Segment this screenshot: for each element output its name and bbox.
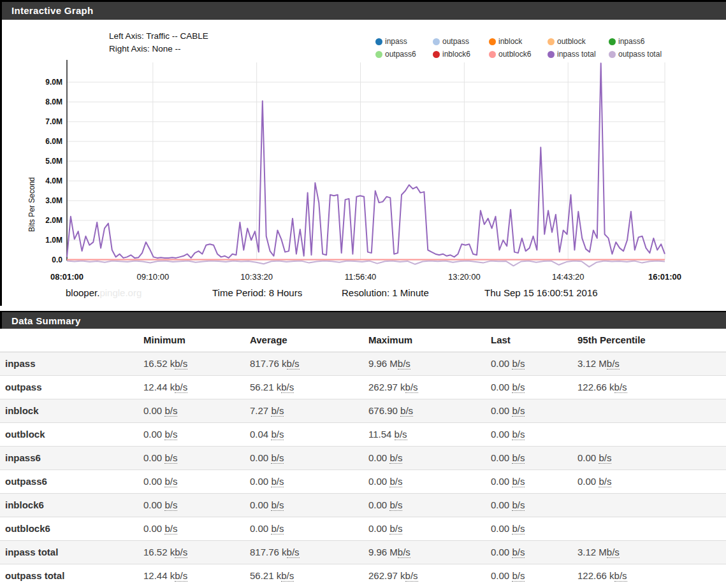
summary-row-inpass6: inpass60.00 b/s0.00 b/s0.00 b/s0.00 b/s0…: [0, 446, 726, 470]
panel-gap: [0, 306, 726, 311]
y-tick-label: 2.0M: [45, 216, 62, 225]
y-tick-label: 8.0M: [45, 97, 62, 106]
hostname: blooper.pingle.org: [66, 287, 142, 298]
value-p95: 122.66 kb/s: [576, 375, 726, 399]
summary-row-inblock6: inblock60.00 b/s0.00 b/s0.00 b/s0.00 b/s: [0, 493, 726, 517]
unit-abbr: b/s: [512, 382, 525, 393]
value-avg: 0.00 b/s: [248, 517, 367, 540]
unit-abbr: b/s: [175, 547, 187, 558]
value-p95: 122.66 kb/s: [576, 564, 726, 587]
value-last: 0.00 b/s: [489, 493, 576, 517]
x-tick-label: 11:56:40: [332, 272, 389, 282]
unit-abbr: b/s: [389, 452, 402, 464]
value-avg: 817.76 kb/s: [248, 540, 367, 564]
unit-abbr: b/s: [164, 452, 177, 464]
data-summary-table: MinimumAverageMaximumLast95th Percentile…: [0, 329, 726, 587]
hostname-faint: pingle.org: [99, 287, 142, 298]
value-min: 16.52 kb/s: [142, 540, 248, 564]
column-header-maximum: Maximum: [367, 329, 489, 352]
summary-row-outblock6: outblock60.00 b/s0.00 b/s0.00 b/s0.00 b/…: [0, 517, 726, 540]
summary-row-inblock: inblock0.00 b/s7.27 b/s676.90 b/s0.00 b/…: [0, 399, 726, 422]
time-period-label: Time Period: 8 Hours: [212, 287, 302, 298]
value-max: 0.00 b/s: [367, 446, 489, 470]
summary-row-outpass6: outpass60.00 b/s0.00 b/s0.00 b/s0.00 b/s…: [0, 470, 726, 493]
value-avg: 0.00 b/s: [248, 493, 367, 517]
column-header-average: Average: [248, 329, 367, 352]
unit-abbr: b/s: [512, 547, 525, 558]
value-avg: 56.21 kb/s: [248, 375, 367, 399]
value-p95: 0.00 b/s: [576, 446, 726, 470]
series-name: inpass6: [0, 446, 142, 470]
y-tick-label: 4.0M: [45, 176, 62, 185]
unit-abbr: b/s: [512, 405, 525, 417]
series-line-outpass-total[interactable]: [67, 261, 665, 267]
unit-abbr: b/s: [512, 523, 525, 534]
value-last: 0.00 b/s: [489, 446, 576, 470]
column-header-blank: [0, 329, 142, 352]
summary-row-inpass-total: inpass total16.52 kb/s817.76 kb/s9.96 Mb…: [0, 540, 726, 564]
value-p95: 3.12 Mb/s: [576, 352, 726, 375]
value-last: 0.00 b/s: [489, 399, 576, 422]
value-min: 0.00 b/s: [142, 517, 248, 540]
y-tick-label: 6.0M: [45, 137, 62, 146]
unit-abbr: b/s: [512, 476, 525, 487]
y-tick-label: 7.0M: [45, 117, 62, 126]
unit-abbr: b/s: [614, 382, 627, 393]
value-p95: [576, 399, 726, 422]
value-p95: 3.12 Mb/s: [576, 540, 726, 564]
resolution-label: Resolution: 1 Minute: [342, 287, 429, 298]
x-tick-label: 13:20:00: [435, 272, 493, 282]
series-name: inblock: [0, 399, 142, 422]
summary-row-outblock: outblock0.00 b/s0.04 b/s11.54 b/s0.00 b/…: [0, 422, 726, 446]
unit-abbr: b/s: [287, 547, 300, 558]
y-tick-label: 3.0M: [45, 196, 62, 205]
unit-abbr: b/s: [512, 452, 525, 464]
value-min: 12.44 kb/s: [142, 375, 248, 399]
interactive-graph-panel: Interactive Graph Left Axis: Traffic -- …: [0, 2, 726, 306]
x-tick-label: 14:43:20: [539, 272, 597, 282]
unit-abbr: b/s: [400, 405, 413, 417]
value-max: 262.97 kb/s: [367, 564, 489, 587]
x-tick-label: 10:33:20: [228, 272, 286, 282]
summary-row-inpass: inpass16.52 kb/s817.76 kb/s9.96 Mb/s0.00…: [0, 352, 726, 375]
value-p95: [576, 422, 726, 446]
summary-row-outpass: outpass12.44 kb/s56.21 kb/s262.97 kb/s0.…: [0, 375, 726, 399]
value-last: 0.00 b/s: [489, 517, 576, 540]
value-last: 0.00 b/s: [489, 375, 576, 399]
value-avg: 0.04 b/s: [248, 422, 367, 446]
summary-row-outpass-total: outpass total12.44 kb/s56.21 kb/s262.97 …: [0, 564, 726, 587]
value-max: 0.00 b/s: [367, 493, 489, 517]
series-line-inpass-total[interactable]: [67, 63, 665, 258]
value-max: 11.54 b/s: [367, 422, 489, 446]
value-min: 0.00 b/s: [142, 422, 248, 446]
unit-abbr: b/s: [512, 570, 525, 582]
series-name: outblock: [0, 422, 142, 446]
series-name: outpass6: [0, 470, 142, 493]
unit-abbr: b/s: [164, 523, 177, 534]
unit-abbr: b/s: [599, 452, 611, 464]
panel-title-data-summary: Data Summary: [0, 311, 726, 329]
value-avg: 0.00 b/s: [248, 446, 367, 470]
unit-abbr: b/s: [164, 476, 177, 487]
traffic-chart-plot[interactable]: 0.01.0M2.0M3.0M4.0M5.0M6.0M7.0M8.0M9.0M: [2, 20, 726, 284]
value-max: 0.00 b/s: [367, 470, 489, 493]
unit-abbr: b/s: [389, 499, 402, 511]
value-min: 12.44 kb/s: [142, 564, 248, 587]
unit-abbr: b/s: [614, 570, 627, 582]
unit-abbr: b/s: [271, 429, 284, 440]
series-name: outpass total: [0, 564, 142, 587]
column-header-last: Last: [489, 329, 576, 352]
data-summary-panel: Data Summary MinimumAverageMaximumLast95…: [0, 311, 726, 587]
value-min: 0.00 b/s: [142, 399, 248, 422]
value-avg: 56.21 kb/s: [248, 564, 367, 587]
unit-abbr: b/s: [389, 476, 402, 487]
value-p95: [576, 517, 726, 540]
traffic-graph[interactable]: Left Axis: Traffic -- CABLE Right Axis: …: [2, 20, 726, 306]
x-tick-label: 08:01:00: [38, 272, 96, 282]
unit-abbr: b/s: [271, 476, 284, 487]
unit-abbr: b/s: [281, 570, 294, 582]
column-header-minimum: Minimum: [142, 329, 248, 352]
unit-abbr: b/s: [271, 405, 284, 417]
value-p95: [576, 493, 726, 517]
unit-abbr: b/s: [607, 547, 620, 558]
